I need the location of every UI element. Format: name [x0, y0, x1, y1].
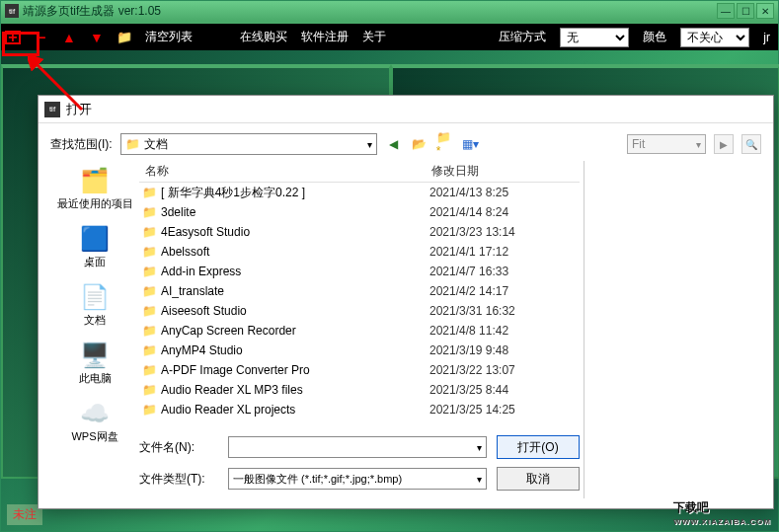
file-row[interactable]: 📁Audio Reader XL MP3 files2021/3/25 8:44 — [139, 380, 580, 400]
folder-icon[interactable]: 📁 — [117, 31, 131, 44]
chevron-down-icon: ▾ — [477, 442, 482, 453]
file-name: Aiseesoft Studio — [161, 304, 429, 318]
file-row[interactable]: 📁3delite2021/4/14 8:24 — [139, 202, 580, 222]
folder-icon: 📁 — [141, 225, 157, 239]
move-down-icon[interactable]: ▼ — [90, 31, 104, 44]
cancel-button[interactable]: 取消 — [497, 467, 580, 491]
place-documents[interactable]: 📄 文档 — [79, 283, 111, 328]
dialog-titlebar: tif 打开 — [39, 96, 773, 123]
move-up-icon[interactable]: ▲ — [62, 31, 76, 44]
add-icon[interactable]: + — [5, 31, 21, 44]
file-date: 2021/4/2 14:17 — [429, 284, 578, 298]
chevron-down-icon: ▾ — [696, 139, 701, 150]
minimize-button[interactable]: — — [717, 3, 735, 19]
file-date: 2021/4/7 16:33 — [429, 265, 578, 278]
register-button[interactable]: 软件注册 — [301, 29, 349, 45]
filename-label: 文件名(N): — [139, 439, 218, 456]
lookin-label: 查找范围(I): — [50, 136, 113, 153]
about-button[interactable]: 关于 — [362, 29, 386, 45]
file-date: 2021/3/25 8:44 — [429, 383, 578, 397]
file-date: 2021/3/23 13:14 — [429, 225, 578, 239]
file-list[interactable]: 📁[ 新华字典4秒1步检字0.22 ]2021/4/13 8:25📁3delit… — [139, 183, 580, 427]
folder-icon: 📁 — [141, 403, 157, 417]
watermark: 下载吧 WWW.XIAZAIBA.COM — [673, 492, 771, 526]
open-button[interactable]: 打开(O) — [497, 435, 580, 459]
chevron-down-icon: ▾ — [477, 474, 482, 485]
folder-icon: 📁 — [141, 343, 157, 357]
zoom-icon[interactable]: 🔍 — [741, 134, 761, 154]
dialog-title: 打开 — [66, 101, 767, 118]
place-pc[interactable]: 🖥️ 此电脑 — [79, 342, 112, 386]
file-row[interactable]: 📁Audio Reader XL projects2021/3/25 14:25 — [139, 400, 580, 419]
folder-icon: 📁 — [141, 284, 157, 298]
chevron-down-icon: ▾ — [367, 139, 372, 150]
file-name: Add-in Express — [161, 265, 429, 278]
up-icon[interactable]: 📂 — [411, 135, 428, 153]
file-date: 2021/3/19 9:48 — [429, 343, 578, 357]
dialog-icon: tif — [44, 102, 60, 117]
back-icon[interactable]: ◀ — [385, 135, 403, 153]
column-date[interactable]: 修改日期 — [426, 163, 574, 180]
file-list-header: 名称 修改日期 — [139, 161, 580, 183]
column-name[interactable]: 名称 — [139, 163, 426, 180]
filename-input[interactable]: ▾ — [228, 436, 487, 458]
file-row[interactable]: 📁Abelssoft2021/4/1 17:12 — [139, 242, 580, 262]
file-row[interactable]: 📁AI_translate2021/4/2 14:17 — [139, 281, 580, 301]
file-name: Audio Reader XL MP3 files — [161, 383, 429, 397]
folder-icon: 📁 — [141, 324, 157, 338]
maximize-button[interactable]: ☐ — [737, 3, 754, 19]
toolbar: + – ▲ ▼ 📁 清空列表 在线购买 软件注册 关于 压缩方式 无 颜色 不关… — [1, 21, 778, 50]
file-name: [ 新华字典4秒1步检字0.22 ] — [161, 185, 429, 201]
place-recent[interactable]: 🗂️ 最近使用的项目 — [57, 167, 133, 211]
file-name: A-PDF Image Converter Pro — [161, 363, 429, 377]
file-date: 2021/4/13 8:25 — [429, 186, 578, 199]
preview-pane — [584, 161, 761, 498]
file-date: 2021/3/31 16:32 — [429, 304, 578, 318]
play-icon[interactable]: ▶ — [714, 134, 734, 154]
extra-label: jr — [763, 31, 770, 44]
folder-icon: 📁 — [125, 137, 140, 151]
fit-combo[interactable]: Fit ▾ — [627, 134, 706, 154]
file-open-dialog: tif 打开 查找范围(I): 📁 文档 ▾ ◀ 📂 📁* ▦▾ Fit ▾ ▶… — [38, 95, 774, 509]
color-label: 颜色 — [643, 29, 666, 45]
view-icon[interactable]: ▦▾ — [462, 135, 480, 153]
wps-icon: ☁️ — [79, 400, 111, 427]
remove-icon[interactable]: – — [35, 31, 48, 44]
file-date: 2021/3/22 13:07 — [429, 363, 578, 377]
file-row[interactable]: 📁AnyMP4 Studio2021/3/19 9:48 — [139, 341, 580, 360]
folder-icon: 📁 — [141, 304, 157, 318]
lookin-combo[interactable]: 📁 文档 ▾ — [120, 133, 377, 155]
titlebar: tif 靖源多页tif生成器 ver:1.05 — ☐ ✕ — [1, 1, 778, 21]
file-row[interactable]: 📁4Easysoft Studio2021/3/23 13:14 — [139, 222, 580, 242]
clear-list-button[interactable]: 清空列表 — [145, 29, 193, 45]
file-name: Abelssoft — [161, 245, 429, 259]
file-row[interactable]: 📁Aiseesoft Studio2021/3/31 16:32 — [139, 301, 580, 321]
place-desktop[interactable]: 🟦 桌面 — [79, 225, 111, 269]
file-row[interactable]: 📁[ 新华字典4秒1步检字0.22 ]2021/4/13 8:25 — [139, 183, 580, 202]
buy-online-button[interactable]: 在线购买 — [240, 29, 287, 45]
panel-split — [1, 64, 779, 74]
documents-icon: 📄 — [79, 283, 111, 311]
file-date: 2021/3/25 14:25 — [429, 403, 578, 417]
folder-icon: 📁 — [141, 245, 157, 259]
file-row[interactable]: 📁Add-in Express2021/4/7 16:33 — [139, 262, 580, 281]
folder-icon: 📁 — [141, 186, 157, 199]
file-row[interactable]: 📁AnyCap Screen Recorder2021/4/8 11:42 — [139, 321, 580, 341]
color-select[interactable]: 不关心 — [680, 28, 749, 47]
filetype-select[interactable]: 一般图像文件 (*.tif;*.gif;*.jpg;*.bmp) ▾ — [228, 468, 487, 490]
new-folder-icon[interactable]: 📁* — [436, 135, 454, 153]
window-buttons: — ☐ ✕ — [717, 3, 774, 19]
file-row[interactable]: 📁A-PDF Image Converter Pro2021/3/22 13:0… — [139, 360, 580, 380]
close-button[interactable]: ✕ — [756, 3, 774, 19]
file-name: AnyMP4 Studio — [161, 343, 429, 357]
recent-icon: 🗂️ — [79, 167, 111, 194]
file-date: 2021/4/14 8:24 — [429, 205, 578, 219]
place-wps[interactable]: ☁️ WPS网盘 — [71, 400, 117, 444]
pc-icon: 🖥️ — [79, 342, 111, 369]
file-name: AnyCap Screen Recorder — [161, 324, 429, 338]
file-date: 2021/4/1 17:12 — [429, 245, 578, 259]
lookin-value: 文档 — [144, 136, 168, 153]
compress-select[interactable]: 无 — [560, 28, 629, 47]
app-title: 靖源多页tif生成器 ver:1.05 — [23, 3, 717, 20]
file-name: 4Easysoft Studio — [161, 225, 429, 239]
